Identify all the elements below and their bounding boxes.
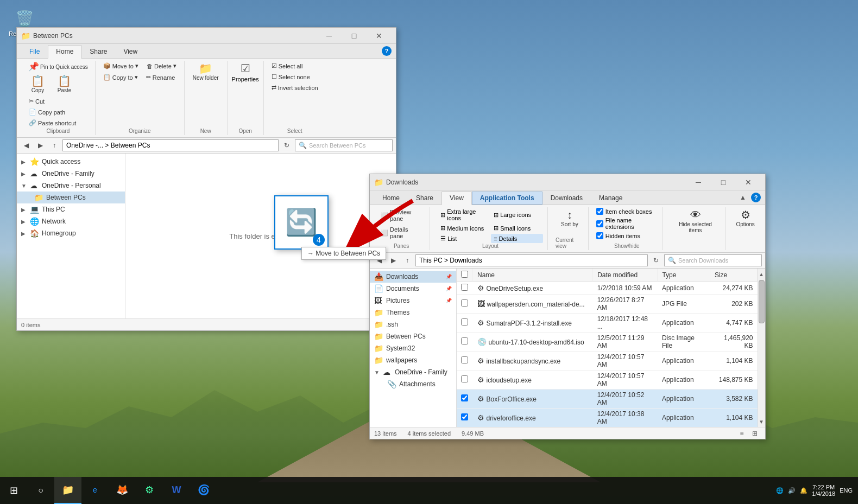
tab-file-left[interactable]: File — [21, 45, 48, 58]
nav-right-downloads[interactable]: 📥 Downloads 📌 — [370, 271, 456, 283]
forward-button-right[interactable]: ▶ — [387, 254, 399, 266]
address-path-left[interactable]: OneDrive -... > Between PCs — [62, 139, 279, 151]
maximize-button-left[interactable]: □ — [342, 28, 367, 44]
file-checkbox[interactable] — [461, 394, 468, 401]
copy-button[interactable]: 📋 Copy — [26, 73, 50, 95]
nav-between-pcs[interactable]: 📁 Between PCs — [17, 192, 125, 203]
tab-share-left[interactable]: Share — [81, 45, 115, 58]
tab-downloads[interactable]: Downloads — [542, 192, 591, 205]
col-size[interactable]: Size — [710, 269, 757, 282]
refresh-button-left[interactable]: ↻ — [281, 139, 293, 151]
paste-shortcut-button[interactable]: 🔗 Paste shortcut — [26, 118, 79, 128]
forward-button-left[interactable]: ▶ — [34, 139, 46, 151]
scroll-up-btn[interactable]: ▲ — [758, 269, 765, 279]
table-row[interactable]: ⚙driveforoffice.exe12/4/2017 10:38 AMApp… — [457, 409, 758, 428]
table-row[interactable]: ⚙SumatraPDF-3.1.2-install.exe12/18/2017 … — [457, 314, 758, 333]
nav-right-attachments[interactable]: 📎 Attachments — [370, 378, 456, 390]
nav-right-ssh[interactable]: 📁 .ssh — [370, 318, 456, 330]
taskbar-item-file-explorer[interactable]: 📁 — [54, 477, 81, 504]
table-row[interactable]: ⚙icloudsetup.exe12/4/2017 10:57 AMApplic… — [457, 371, 758, 390]
search-box-left[interactable]: 🔍 Search Between PCs — [295, 139, 393, 151]
nav-right-between-pcs[interactable]: 📁 Between PCs — [370, 330, 456, 342]
nav-right-system32[interactable]: 📁 System32 — [370, 342, 456, 354]
taskbar-item-firefox[interactable]: 🦊 — [109, 477, 136, 504]
small-icons-btn[interactable]: ⊞ Small icons — [491, 224, 543, 233]
close-button-left[interactable]: ✕ — [367, 28, 392, 44]
select-all-button[interactable]: ☑ Select all — [268, 61, 321, 71]
nav-right-onedrive-family[interactable]: ▼ ☁ OneDrive - Family — [370, 366, 456, 378]
table-row[interactable]: ⚙BoxForOffice.exe12/4/2017 10:52 AMAppli… — [457, 390, 758, 409]
minimize-button-left[interactable]: ─ — [317, 28, 342, 44]
tab-share-right[interactable]: Share — [408, 192, 441, 205]
view-details-toggle[interactable]: ≡ — [736, 428, 748, 439]
delete-button[interactable]: 🗑 Delete ▾ — [143, 61, 180, 71]
nav-network[interactable]: ▶ 🌐 Network — [17, 215, 125, 227]
move-to-button[interactable]: 📦 Move to ▾ — [100, 61, 142, 71]
help-button-left[interactable]: ? — [382, 46, 392, 56]
table-row[interactable]: ⚙OneDriveSetup.exe1/2/2018 10:59 AMAppli… — [457, 282, 758, 295]
taskbar-clock[interactable]: 7:22 PM 1/4/2018 — [812, 484, 835, 497]
file-checkbox[interactable] — [461, 356, 468, 363]
new-folder-button[interactable]: 📁 New folder — [189, 61, 223, 83]
minimize-button-right[interactable]: ─ — [686, 174, 711, 190]
search-box-right[interactable]: 🔍 Search Downloads — [664, 254, 762, 266]
tab-home-left[interactable]: Home — [48, 45, 81, 59]
table-row[interactable]: 💿ubuntu-17.10-desktop-amd64.iso12/5/2017… — [457, 333, 758, 352]
file-checkbox[interactable] — [461, 318, 468, 326]
col-date[interactable]: Date modified — [593, 269, 658, 282]
properties-button[interactable]: ☑ New folder — [233, 61, 257, 76]
large-icons-btn[interactable]: ⊞ Large icons — [491, 207, 543, 222]
list-btn[interactable]: ☰ List — [438, 234, 490, 243]
ribbon-collapse-btn[interactable]: ▲ — [737, 192, 749, 203]
maximize-button-right[interactable]: □ — [711, 174, 736, 190]
help-button-right[interactable]: ? — [751, 193, 761, 202]
hide-selected-button[interactable]: 👁 Hide selected items — [670, 207, 721, 235]
file-checkbox[interactable] — [461, 284, 468, 291]
preview-pane-button[interactable]: ⬜ Preview pane — [377, 207, 425, 224]
taskbar-volume-icon[interactable]: 🔊 — [788, 487, 796, 494]
paste-button[interactable]: 📋 Paste — [52, 73, 77, 95]
nav-right-themes[interactable]: 📁 Themes — [370, 307, 456, 318]
start-button[interactable]: ⊞ — [0, 477, 27, 504]
col-checkbox[interactable] — [457, 269, 473, 282]
nav-homegroup[interactable]: ▶ 🏠 Homegroup — [17, 227, 125, 239]
cut-button[interactable]: ✂ Cut — [26, 96, 79, 106]
taskbar-item-app6[interactable]: 🌀 — [190, 477, 217, 504]
file-checkbox[interactable] — [461, 375, 468, 382]
hidden-items-checkbox[interactable] — [596, 232, 603, 239]
tab-view-left[interactable]: View — [115, 45, 146, 58]
view-icons-toggle[interactable]: ⊞ — [749, 428, 761, 439]
file-checkbox[interactable] — [461, 299, 468, 307]
table-row[interactable]: 🖼wallpapersden.com_material-de...12/26/2… — [457, 295, 758, 314]
select-all-checkbox[interactable] — [461, 271, 468, 278]
nav-right-documents[interactable]: 📄 Documents 📌 — [370, 283, 456, 295]
copy-to-button[interactable]: 📋 Copy to ▾ — [100, 72, 141, 82]
sort-by-button[interactable]: ↕ Sort by — [557, 207, 582, 229]
tab-home-right[interactable]: Home — [374, 192, 408, 205]
taskbar-item-app4[interactable]: ⚙ — [136, 477, 163, 504]
nav-right-wallpapers[interactable]: 📁 wallpapers — [370, 354, 456, 366]
table-row[interactable]: ⚙installbackupandsync.exe12/4/2017 10:57… — [457, 352, 758, 371]
select-none-button[interactable]: ☐ Select none — [268, 72, 321, 82]
file-name-ext-checkbox[interactable] — [596, 220, 603, 227]
nav-onedrive-family[interactable]: ▶ ☁ OneDrive - Family — [17, 168, 125, 180]
scroll-down-btn[interactable]: ▼ — [758, 416, 765, 427]
back-button-left[interactable]: ◀ — [20, 139, 32, 151]
details-pane-button[interactable]: ⬜ Details pane — [377, 225, 425, 241]
taskbar-network-icon[interactable]: 🌐 — [776, 487, 784, 494]
search-button[interactable]: ○ — [27, 477, 54, 504]
nav-onedrive-personal[interactable]: ▼ ☁ OneDrive - Personal — [17, 180, 125, 192]
close-button-right[interactable]: ✕ — [736, 174, 761, 190]
up-button-left[interactable]: ↑ — [48, 139, 60, 151]
taskbar-notify-icon[interactable]: 🔔 — [800, 487, 807, 494]
col-name[interactable]: Name — [473, 269, 593, 282]
col-type[interactable]: Type — [658, 269, 710, 282]
tab-view-right[interactable]: View — [441, 192, 472, 205]
item-check-boxes-checkbox[interactable] — [596, 208, 603, 215]
pin-button[interactable]: 📌 Pin to Quick access — [26, 61, 91, 73]
tab-app-tools[interactable]: Application Tools — [472, 192, 542, 205]
invert-selection-button[interactable]: ⇄ Invert selection — [268, 82, 321, 93]
options-button[interactable]: ⚙ Options — [732, 207, 758, 229]
file-checkbox[interactable] — [461, 413, 468, 420]
copy-path-button[interactable]: 📄 Copy path — [26, 107, 79, 117]
